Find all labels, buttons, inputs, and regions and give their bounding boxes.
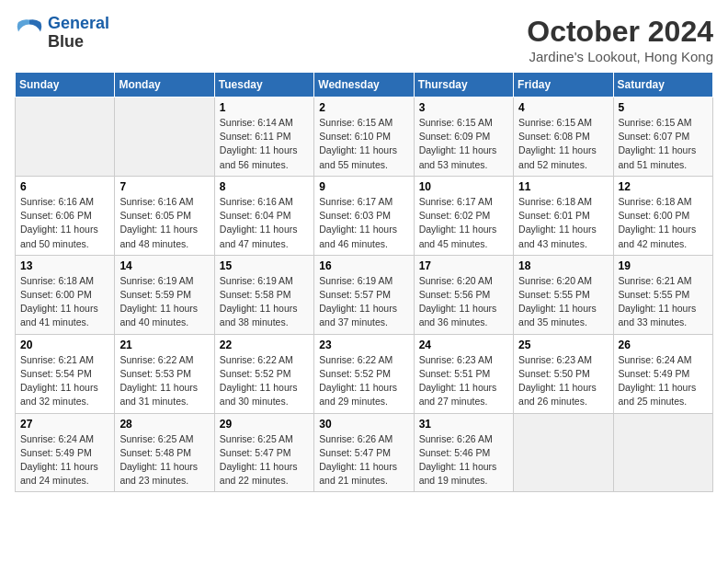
- day-info: Sunrise: 6:22 AM Sunset: 5:52 PM Dayligh…: [220, 353, 309, 409]
- calendar-cell: [514, 413, 613, 492]
- day-header-thursday: Thursday: [414, 73, 513, 98]
- calendar-cell: 25Sunrise: 6:23 AM Sunset: 5:50 PM Dayli…: [514, 334, 613, 413]
- day-number: 21: [119, 339, 209, 351]
- day-number: 12: [619, 180, 708, 193]
- day-number: 31: [419, 418, 508, 431]
- calendar-cell: [16, 98, 115, 177]
- calendar-cell: 5Sunrise: 6:15 AM Sunset: 6:07 PM Daylig…: [613, 98, 712, 177]
- calendar-cell: 28Sunrise: 6:25 AM Sunset: 5:48 PM Dayli…: [115, 413, 214, 492]
- calendar-cell: 18Sunrise: 6:20 AM Sunset: 5:55 PM Dayli…: [514, 255, 613, 334]
- calendar-cell: 30Sunrise: 6:26 AM Sunset: 5:47 PM Dayli…: [314, 413, 414, 492]
- day-info: Sunrise: 6:18 AM Sunset: 6:00 PM Dayligh…: [20, 274, 109, 330]
- day-info: Sunrise: 6:25 AM Sunset: 5:47 PM Dayligh…: [220, 432, 309, 488]
- calendar-cell: 7Sunrise: 6:16 AM Sunset: 6:05 PM Daylig…: [115, 176, 214, 255]
- day-info: Sunrise: 6:22 AM Sunset: 5:52 PM Dayligh…: [319, 353, 408, 409]
- day-info: Sunrise: 6:23 AM Sunset: 5:50 PM Dayligh…: [518, 353, 608, 409]
- calendar-body: 1Sunrise: 6:14 AM Sunset: 6:11 PM Daylig…: [16, 98, 713, 492]
- day-info: Sunrise: 6:19 AM Sunset: 5:57 PM Dayligh…: [319, 274, 408, 330]
- day-info: Sunrise: 6:26 AM Sunset: 5:46 PM Dayligh…: [419, 432, 508, 488]
- calendar-cell: 10Sunrise: 6:17 AM Sunset: 6:02 PM Dayli…: [414, 176, 513, 255]
- calendar-cell: 27Sunrise: 6:24 AM Sunset: 5:49 PM Dayli…: [16, 413, 115, 492]
- day-info: Sunrise: 6:14 AM Sunset: 6:11 PM Dayligh…: [220, 116, 309, 172]
- day-number: 9: [319, 180, 408, 193]
- day-info: Sunrise: 6:26 AM Sunset: 5:47 PM Dayligh…: [319, 432, 408, 488]
- day-info: Sunrise: 6:15 AM Sunset: 6:08 PM Dayligh…: [518, 116, 608, 172]
- day-number: 1: [220, 101, 309, 114]
- calendar-cell: 24Sunrise: 6:23 AM Sunset: 5:51 PM Dayli…: [414, 334, 513, 413]
- day-info: Sunrise: 6:18 AM Sunset: 6:00 PM Dayligh…: [619, 195, 708, 251]
- calendar-cell: 6Sunrise: 6:16 AM Sunset: 6:06 PM Daylig…: [16, 176, 115, 255]
- calendar-cell: 29Sunrise: 6:25 AM Sunset: 5:47 PM Dayli…: [214, 413, 313, 492]
- calendar-cell: 8Sunrise: 6:16 AM Sunset: 6:04 PM Daylig…: [214, 176, 313, 255]
- day-info: Sunrise: 6:16 AM Sunset: 6:06 PM Dayligh…: [20, 195, 109, 251]
- calendar-cell: 22Sunrise: 6:22 AM Sunset: 5:52 PM Dayli…: [214, 334, 313, 413]
- day-header-wednesday: Wednesday: [314, 73, 414, 98]
- day-info: Sunrise: 6:20 AM Sunset: 5:55 PM Dayligh…: [518, 274, 608, 330]
- calendar-cell: 1Sunrise: 6:14 AM Sunset: 6:11 PM Daylig…: [214, 98, 313, 177]
- calendar-cell: 2Sunrise: 6:15 AM Sunset: 6:10 PM Daylig…: [314, 98, 414, 177]
- day-header-saturday: Saturday: [613, 73, 712, 98]
- calendar-header: SundayMondayTuesdayWednesdayThursdayFrid…: [16, 73, 713, 98]
- calendar-cell: 21Sunrise: 6:22 AM Sunset: 5:53 PM Dayli…: [115, 334, 214, 413]
- calendar-cell: 19Sunrise: 6:21 AM Sunset: 5:55 PM Dayli…: [613, 255, 712, 334]
- week-row-1: 1Sunrise: 6:14 AM Sunset: 6:11 PM Daylig…: [16, 98, 713, 177]
- page-header: General Blue October 2024 Jardine's Look…: [15, 15, 713, 64]
- calendar-cell: 9Sunrise: 6:17 AM Sunset: 6:03 PM Daylig…: [314, 176, 414, 255]
- logo-icon: [15, 18, 44, 48]
- day-info: Sunrise: 6:20 AM Sunset: 5:56 PM Dayligh…: [419, 274, 508, 330]
- day-number: 14: [119, 259, 209, 272]
- day-number: 28: [119, 418, 209, 431]
- logo: General Blue: [15, 15, 109, 52]
- day-header-monday: Monday: [115, 73, 214, 98]
- day-info: Sunrise: 6:18 AM Sunset: 6:01 PM Dayligh…: [518, 195, 608, 251]
- day-info: Sunrise: 6:24 AM Sunset: 5:49 PM Dayligh…: [619, 353, 708, 409]
- week-row-3: 13Sunrise: 6:18 AM Sunset: 6:00 PM Dayli…: [16, 255, 713, 334]
- calendar-cell: 23Sunrise: 6:22 AM Sunset: 5:52 PM Dayli…: [314, 334, 414, 413]
- day-info: Sunrise: 6:19 AM Sunset: 5:58 PM Dayligh…: [220, 274, 309, 330]
- day-info: Sunrise: 6:17 AM Sunset: 6:03 PM Dayligh…: [319, 195, 408, 251]
- day-number: 22: [220, 339, 309, 351]
- day-info: Sunrise: 6:23 AM Sunset: 5:51 PM Dayligh…: [419, 353, 508, 409]
- day-number: 5: [619, 101, 708, 114]
- calendar-cell: 3Sunrise: 6:15 AM Sunset: 6:09 PM Daylig…: [414, 98, 513, 177]
- day-number: 10: [419, 180, 508, 193]
- day-info: Sunrise: 6:15 AM Sunset: 6:09 PM Dayligh…: [419, 116, 508, 172]
- day-number: 19: [619, 259, 708, 272]
- calendar-cell: [613, 413, 712, 492]
- day-number: 25: [518, 339, 608, 351]
- day-info: Sunrise: 6:19 AM Sunset: 5:59 PM Dayligh…: [119, 274, 209, 330]
- calendar-cell: 20Sunrise: 6:21 AM Sunset: 5:54 PM Dayli…: [16, 334, 115, 413]
- day-number: 13: [20, 259, 109, 272]
- calendar-cell: 12Sunrise: 6:18 AM Sunset: 6:00 PM Dayli…: [613, 176, 712, 255]
- day-number: 27: [20, 418, 109, 431]
- calendar-cell: 31Sunrise: 6:26 AM Sunset: 5:46 PM Dayli…: [414, 413, 513, 492]
- day-number: 7: [119, 180, 209, 193]
- day-info: Sunrise: 6:16 AM Sunset: 6:05 PM Dayligh…: [119, 195, 209, 251]
- day-number: 15: [220, 259, 309, 272]
- calendar-cell: 13Sunrise: 6:18 AM Sunset: 6:00 PM Dayli…: [16, 255, 115, 334]
- calendar-cell: 16Sunrise: 6:19 AM Sunset: 5:57 PM Dayli…: [314, 255, 414, 334]
- logo-text: General Blue: [48, 15, 109, 52]
- week-row-2: 6Sunrise: 6:16 AM Sunset: 6:06 PM Daylig…: [16, 176, 713, 255]
- calendar-cell: 11Sunrise: 6:18 AM Sunset: 6:01 PM Dayli…: [514, 176, 613, 255]
- location: Jardine's Lookout, Hong Kong: [527, 49, 713, 64]
- header-row: SundayMondayTuesdayWednesdayThursdayFrid…: [16, 73, 713, 98]
- day-info: Sunrise: 6:15 AM Sunset: 6:07 PM Dayligh…: [619, 116, 708, 172]
- calendar-table: SundayMondayTuesdayWednesdayThursdayFrid…: [15, 72, 713, 492]
- day-header-friday: Friday: [514, 73, 613, 98]
- day-number: 2: [319, 101, 408, 114]
- calendar-cell: [115, 98, 214, 177]
- day-info: Sunrise: 6:25 AM Sunset: 5:48 PM Dayligh…: [119, 432, 209, 488]
- day-info: Sunrise: 6:24 AM Sunset: 5:49 PM Dayligh…: [20, 432, 109, 488]
- day-info: Sunrise: 6:21 AM Sunset: 5:55 PM Dayligh…: [619, 274, 708, 330]
- day-number: 6: [20, 180, 109, 193]
- day-info: Sunrise: 6:17 AM Sunset: 6:02 PM Dayligh…: [419, 195, 508, 251]
- day-number: 20: [20, 339, 109, 351]
- day-number: 3: [419, 101, 508, 114]
- day-number: 18: [518, 259, 608, 272]
- calendar-cell: 15Sunrise: 6:19 AM Sunset: 5:58 PM Dayli…: [214, 255, 313, 334]
- title-block: October 2024 Jardine's Lookout, Hong Kon…: [527, 15, 713, 64]
- day-info: Sunrise: 6:22 AM Sunset: 5:53 PM Dayligh…: [119, 353, 209, 409]
- day-info: Sunrise: 6:16 AM Sunset: 6:04 PM Dayligh…: [220, 195, 309, 251]
- day-number: 29: [220, 418, 309, 431]
